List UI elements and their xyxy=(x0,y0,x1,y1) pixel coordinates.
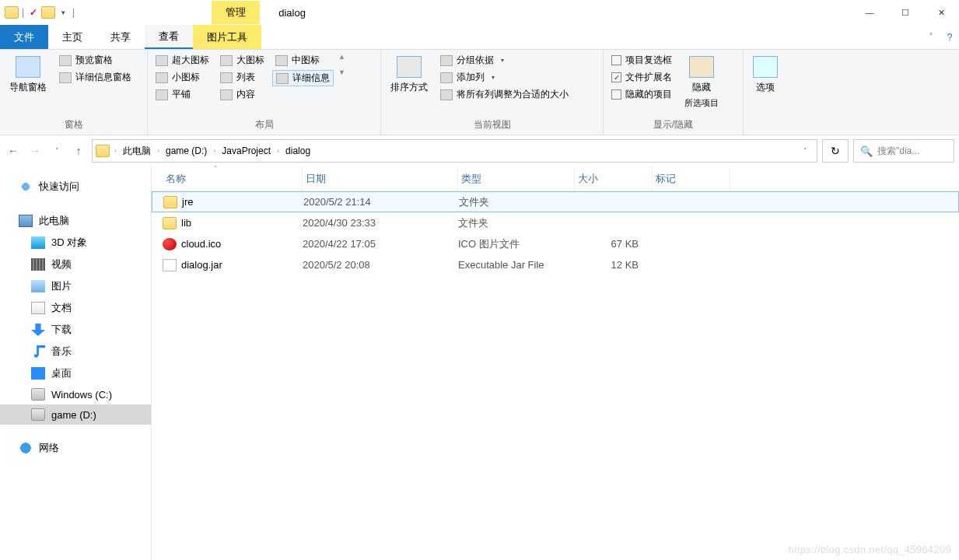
preview-pane-button[interactable]: 预览窗格 xyxy=(56,53,135,68)
up-button[interactable]: ↑ xyxy=(70,142,87,160)
table-row[interactable]: dialog.jar2020/5/2 20:08Executable Jar F… xyxy=(152,254,959,275)
file-list: ˄ 名称 日期 类型 大小 标记 jre2020/5/2 21:14文件夹lib… xyxy=(152,166,959,560)
qat-properties-icon[interactable]: ✓ xyxy=(27,6,40,19)
add-columns-button[interactable]: 添加列▾ xyxy=(437,70,572,85)
sort-indicator-icon: ˄ xyxy=(214,165,217,172)
qat-dropdown-icon[interactable]: ▼ xyxy=(57,9,69,16)
table-row[interactable]: jre2020/5/2 21:14文件夹 xyxy=(152,191,959,212)
sidebar-item-drive-c[interactable]: Windows (C:) xyxy=(0,384,151,404)
layout-scroll-down-icon[interactable]: ▼ xyxy=(338,68,345,76)
breadcrumb[interactable]: › 此电脑 › game (D:) › JavaProject › dialog… xyxy=(92,139,817,163)
hidden-items-label: 隐藏的项目 xyxy=(625,88,672,101)
search-input[interactable]: 🔍 搜索"dia... xyxy=(853,139,954,163)
layout-content-button[interactable]: 内容 xyxy=(217,87,268,102)
recent-dropdown-icon[interactable]: ˅ xyxy=(48,142,65,160)
chevron-right-icon[interactable]: › xyxy=(157,147,159,155)
column-headers: ˄ 名称 日期 类型 大小 标记 xyxy=(152,166,959,191)
layout-details-button[interactable]: 详细信息 xyxy=(272,70,334,86)
chevron-right-icon[interactable]: › xyxy=(213,147,215,155)
tab-view[interactable]: 查看 xyxy=(145,25,193,49)
hide-selected-button[interactable]: 隐藏 所选项目 xyxy=(680,53,723,112)
back-button[interactable]: ← xyxy=(5,142,22,160)
sidebar-item-3d-objects[interactable]: 3D 对象 xyxy=(0,232,151,254)
tab-file[interactable]: 文件 xyxy=(0,25,48,49)
ribbon-collapse-icon[interactable]: ˄ xyxy=(922,25,940,49)
sidebar-item-downloads[interactable]: 下载 xyxy=(0,319,151,341)
sidebar-item-quick-access[interactable]: 快速访问 xyxy=(0,176,151,198)
ribbon-group-layout: 超大图标 小图标 平铺 大图标 列表 内容 中图标 详细信息 ▲ ▼ 布局 xyxy=(148,50,381,135)
details-pane-button[interactable]: 详细信息窗格 xyxy=(56,70,135,85)
search-icon: 🔍 xyxy=(860,145,873,157)
sidebar-item-music[interactable]: 音乐 xyxy=(0,341,151,362)
sidebar-item-drive-d[interactable]: game (D:) xyxy=(0,404,151,425)
minimize-button[interactable]: — xyxy=(852,0,887,25)
tab-picture-tools[interactable]: 图片工具 xyxy=(193,25,261,49)
table-row[interactable]: lib2020/4/30 23:33文件夹 xyxy=(152,212,959,233)
forward-button[interactable]: → xyxy=(26,142,44,160)
size-columns-button[interactable]: 将所有列调整为合适的大小 xyxy=(437,87,572,102)
close-button[interactable]: ✕ xyxy=(923,0,959,25)
tab-share[interactable]: 共享 xyxy=(96,25,145,49)
context-tab-manage[interactable]: 管理 xyxy=(212,1,260,24)
sidebar-item-pictures[interactable]: 图片 xyxy=(0,275,151,297)
column-header-name[interactable]: 名称 xyxy=(163,166,303,191)
ribbon: 导航窗格 预览窗格 详细信息窗格 窗格 超大图标 小图标 平铺 大图标 列表 内… xyxy=(0,50,959,135)
breadcrumb-dropdown-icon[interactable]: ˅ xyxy=(797,147,814,155)
window-title: dialog xyxy=(260,7,306,19)
group-by-button[interactable]: 分组依据▾ xyxy=(437,53,572,68)
layout-large-button[interactable]: 大图标 xyxy=(217,53,268,68)
sidebar-item-documents[interactable]: 文档 xyxy=(0,297,151,319)
breadcrumb-item[interactable]: dialog xyxy=(281,145,315,156)
group-by-label: 分组依据 xyxy=(457,54,494,67)
navigation-pane-button[interactable]: 导航窗格 xyxy=(5,53,51,97)
hide-selected-sublabel: 所选项目 xyxy=(684,97,719,109)
sidebar-item-network[interactable]: 网络 xyxy=(0,437,151,459)
file-date: 2020/5/2 20:08 xyxy=(303,259,458,271)
medium-icons-icon xyxy=(275,55,288,66)
preview-pane-icon xyxy=(59,55,72,66)
layout-list-label: 列表 xyxy=(236,71,255,84)
group-by-icon xyxy=(440,55,453,66)
videos-icon xyxy=(31,258,45,271)
sidebar-item-this-pc[interactable]: 此电脑 xyxy=(0,210,151,232)
layout-scroll-up-icon[interactable]: ▲ xyxy=(338,53,345,61)
maximize-button[interactable]: ☐ xyxy=(887,0,923,25)
layout-content-label: 内容 xyxy=(236,88,255,101)
sidebar-item-videos[interactable]: 视频 xyxy=(0,254,151,275)
item-checkboxes-toggle[interactable]: 项目复选框 xyxy=(608,53,675,68)
chevron-right-icon[interactable]: › xyxy=(277,147,279,155)
sort-by-label: 排序方式 xyxy=(390,81,428,94)
app-folder-icon xyxy=(5,6,19,19)
file-extensions-toggle[interactable]: ✓文件扩展名 xyxy=(608,70,675,85)
sort-by-button[interactable]: 排序方式 xyxy=(386,53,432,97)
ribbon-group-options: 选项 xyxy=(744,50,790,135)
column-header-tags[interactable]: 标记 xyxy=(653,166,730,191)
hidden-items-toggle[interactable]: 隐藏的项目 xyxy=(608,87,675,102)
title-bar: | ✓ ▼ | 管理 dialog — ☐ ✕ xyxy=(0,0,959,25)
address-bar: ← → ˅ ↑ › 此电脑 › game (D:) › JavaProject … xyxy=(0,135,959,166)
refresh-button[interactable]: ↻ xyxy=(822,139,849,163)
breadcrumb-item[interactable]: 此电脑 xyxy=(118,145,156,158)
qat-new-folder-icon[interactable] xyxy=(41,6,55,19)
layout-extra-large-button[interactable]: 超大图标 xyxy=(152,53,212,68)
column-header-type[interactable]: 类型 xyxy=(458,166,575,191)
layout-small-button[interactable]: 小图标 xyxy=(152,70,212,85)
breadcrumb-item[interactable]: JavaProject xyxy=(217,145,275,156)
table-row[interactable]: cloud.ico2020/4/22 17:05ICO 图片文件67 KB xyxy=(152,233,959,254)
breadcrumb-item[interactable]: game (D:) xyxy=(161,145,212,156)
layout-medium-button[interactable]: 中图标 xyxy=(272,53,334,68)
help-icon[interactable]: ? xyxy=(940,25,959,49)
layout-list-button[interactable]: 列表 xyxy=(217,70,268,85)
options-button[interactable]: 选项 xyxy=(748,53,782,97)
sidebar-item-label: Windows (C:) xyxy=(51,389,112,401)
chevron-right-icon[interactable]: › xyxy=(114,147,117,155)
sidebar-item-label: 快速访问 xyxy=(39,180,79,194)
column-header-size[interactable]: 大小 xyxy=(575,166,653,191)
ribbon-tabs: 文件 主页 共享 查看 图片工具 ˄ ? xyxy=(0,25,959,50)
watermark: https://blog.csdn.net/qq_45964209 xyxy=(789,544,951,555)
ribbon-group-panes: 导航窗格 预览窗格 详细信息窗格 窗格 xyxy=(0,50,148,135)
tab-home[interactable]: 主页 xyxy=(48,25,96,49)
column-header-date[interactable]: 日期 xyxy=(303,166,458,191)
layout-tiles-button[interactable]: 平铺 xyxy=(152,87,212,102)
sidebar-item-desktop[interactable]: 桌面 xyxy=(0,362,151,384)
